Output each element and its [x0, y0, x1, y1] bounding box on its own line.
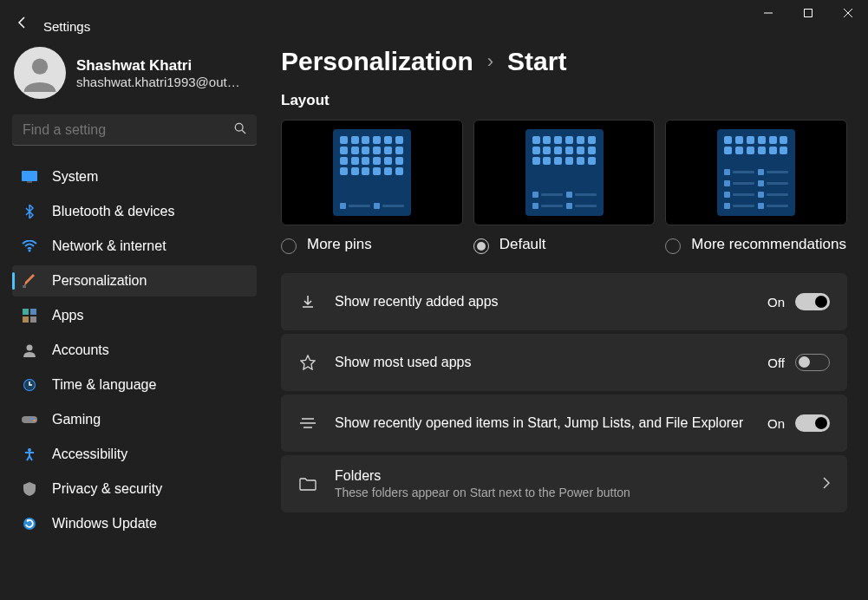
apps-icon	[21, 307, 38, 324]
svg-point-3	[235, 123, 243, 131]
nav-label: Apps	[52, 308, 83, 323]
setting-title: Folders	[335, 468, 806, 484]
svg-rect-10	[30, 309, 36, 315]
nav-time[interactable]: Time & language	[12, 369, 257, 401]
app-title: Settings	[43, 19, 90, 34]
nav-label: Bluetooth & devices	[52, 204, 174, 219]
setting-subtitle: These folders appear on Start next to th…	[335, 486, 806, 499]
svg-rect-5	[22, 171, 37, 181]
chevron-right-icon: ›	[487, 50, 493, 73]
nav-label: Privacy & security	[52, 481, 162, 497]
breadcrumb-current: Start	[507, 47, 566, 76]
search-box[interactable]	[12, 114, 257, 146]
layout-options: More pins	[281, 120, 847, 254]
accessibility-icon	[21, 446, 38, 463]
chevron-right-icon	[823, 477, 830, 492]
setting-title: Show most used apps	[335, 355, 750, 370]
breadcrumb: Personalization › Start	[281, 47, 847, 76]
nav-label: Gaming	[52, 412, 101, 427]
search-input[interactable]	[23, 122, 234, 138]
nav-label: Accessibility	[52, 447, 127, 462]
setting-recent-items: Show recently opened items in Start, Jum…	[281, 395, 847, 452]
layout-more-pins[interactable]: More pins	[281, 120, 463, 254]
breadcrumb-parent[interactable]: Personalization	[281, 47, 473, 76]
wifi-icon	[21, 238, 38, 255]
setting-folders[interactable]: Folders These folders appear on Start ne…	[281, 455, 847, 512]
minimize-button[interactable]	[748, 0, 788, 26]
paintbrush-icon	[21, 272, 38, 290]
nav-personalization[interactable]: Personalization	[12, 265, 257, 297]
toggle-label: On	[767, 416, 785, 431]
star-icon	[298, 355, 317, 370]
layout-default[interactable]: Default	[473, 120, 656, 254]
layout-more-recs[interactable]: More recommendations	[665, 120, 847, 254]
svg-point-17	[31, 418, 34, 421]
nav-update[interactable]: Windows Update	[12, 508, 257, 539]
svg-point-13	[27, 345, 33, 351]
svg-rect-1	[805, 10, 813, 17]
maximize-button[interactable]	[788, 0, 828, 26]
download-icon	[298, 294, 317, 310]
svg-rect-9	[23, 309, 29, 315]
toggle-recent-items[interactable]	[795, 414, 830, 432]
close-button[interactable]	[828, 0, 868, 26]
nav-label: Time & language	[52, 377, 156, 393]
bluetooth-icon	[21, 203, 38, 220]
nav-label: Network & internet	[52, 238, 166, 254]
profile-block[interactable]: Shashwat Khatri shashwat.khatri1993@out…	[12, 47, 257, 99]
sidebar: Shashwat Khatri shashwat.khatri1993@out……	[0, 47, 269, 600]
toggle-most-used[interactable]	[795, 354, 830, 371]
folder-icon	[298, 477, 317, 491]
main-content: Personalization › Start Layout	[269, 47, 868, 600]
radio-default[interactable]	[473, 238, 489, 254]
svg-rect-12	[30, 316, 36, 323]
layout-thumb-more-recs	[665, 120, 847, 225]
nav-label: Accounts	[52, 342, 109, 358]
toggle-recent-apps[interactable]	[795, 293, 830, 310]
nav-apps[interactable]: Apps	[12, 300, 257, 331]
nav-label: Windows Update	[52, 516, 157, 532]
nav-privacy[interactable]: Privacy & security	[12, 473, 257, 505]
monitor-icon	[21, 168, 38, 186]
nav-list: System Bluetooth & devices Network & int…	[12, 161, 257, 539]
radio-label: Default	[499, 236, 546, 253]
layout-thumb-default	[473, 120, 656, 225]
search-icon	[234, 122, 246, 137]
nav-accounts[interactable]: Accounts	[12, 335, 257, 366]
nav-label: System	[52, 169, 98, 185]
svg-rect-8	[23, 285, 26, 288]
nav-bluetooth[interactable]: Bluetooth & devices	[12, 196, 257, 227]
setting-recent-apps: Show recently added apps On	[281, 273, 847, 330]
svg-point-19	[28, 448, 31, 452]
update-icon	[21, 515, 38, 532]
toggle-label: On	[767, 295, 785, 310]
svg-point-7	[29, 250, 31, 252]
shield-icon	[21, 480, 38, 498]
titlebar: Settings	[0, 0, 868, 35]
setting-title: Show recently added apps	[335, 294, 750, 310]
svg-rect-6	[27, 181, 32, 183]
svg-line-4	[242, 130, 245, 134]
radio-more-recs[interactable]	[665, 238, 681, 254]
gamepad-icon	[21, 411, 38, 428]
radio-label: More pins	[307, 236, 372, 253]
svg-rect-11	[23, 316, 29, 323]
nav-network[interactable]: Network & internet	[12, 231, 257, 262]
setting-title: Show recently opened items in Start, Jum…	[335, 415, 750, 431]
back-button[interactable]	[16, 16, 29, 32]
radio-label: More recommendations	[691, 236, 846, 253]
nav-gaming[interactable]: Gaming	[12, 404, 257, 435]
toggle-label: Off	[767, 355, 785, 370]
profile-name: Shashwat Khatri	[76, 57, 240, 75]
clock-icon	[21, 376, 38, 394]
layout-thumb-more-pins	[281, 120, 463, 225]
nav-label: Personalization	[52, 273, 147, 289]
nav-accessibility[interactable]: Accessibility	[12, 439, 257, 470]
nav-system[interactable]: System	[12, 161, 257, 192]
avatar	[14, 47, 66, 99]
svg-point-2	[32, 59, 48, 75]
layout-section-title: Layout	[281, 92, 847, 109]
radio-more-pins[interactable]	[281, 238, 297, 254]
profile-email: shashwat.khatri1993@out…	[76, 75, 240, 89]
svg-point-18	[33, 420, 36, 422]
